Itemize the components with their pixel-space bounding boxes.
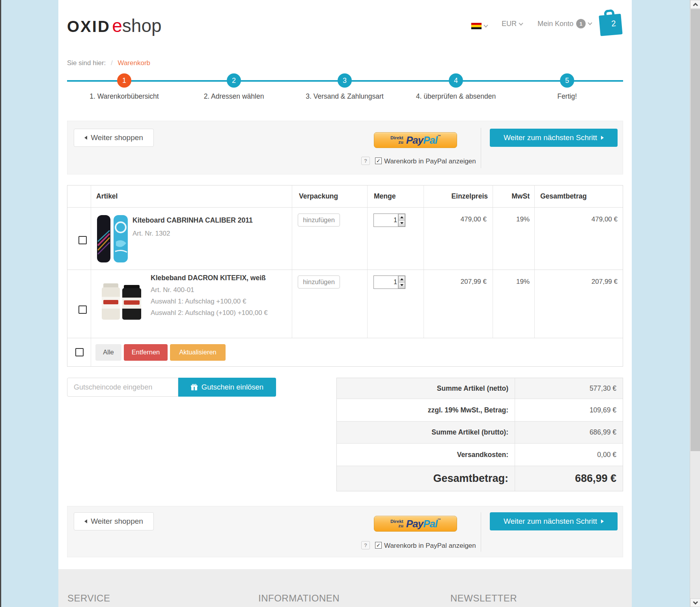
step-4-review-submit[interactable]: 4 4. überprüfen & absenden xyxy=(405,73,507,101)
divider xyxy=(481,512,481,552)
select-all-checkbox[interactable] xyxy=(75,348,84,356)
step-3-label: 3. Versand & Zahlungsart xyxy=(293,92,396,101)
step-2-addresses[interactable]: 2 2. Adressen wählen xyxy=(183,73,285,101)
paypal-express-button[interactable]: Direktzu PayPal™ xyxy=(374,516,457,532)
summary-value: 577,30 € xyxy=(515,378,623,399)
bag-body xyxy=(599,14,622,36)
step-1-cart-overview[interactable]: 1 1. Warenkorbübersicht xyxy=(73,73,175,101)
grand-total-label: Gesamtbetrag: xyxy=(337,466,515,491)
redeem-voucher-button[interactable]: Gutschein einlösen xyxy=(178,378,276,397)
spinner-up-icon[interactable] xyxy=(398,276,405,283)
cart-table: Artikel Verpackung Menge Einzelpreis MwS… xyxy=(67,185,623,367)
cart-bag-icon[interactable]: 2 xyxy=(597,8,625,37)
chevron-down-icon xyxy=(519,21,523,25)
next-step-button[interactable]: Weiter zum nächsten Schritt xyxy=(490,129,618,147)
spinner-down-icon[interactable] xyxy=(398,221,405,227)
product-option-2: Auswahl 2: Aufschlag (+100) +100,00 € xyxy=(151,307,286,318)
paypal-checkbox-label: Warenkorb in PayPal anzeigen xyxy=(384,542,476,550)
row-qty-cell xyxy=(368,270,424,338)
add-package-button[interactable]: hinzufügen xyxy=(298,275,340,289)
row-select-checkbox[interactable] xyxy=(78,305,87,314)
row-total: 479,00 € xyxy=(592,215,618,223)
header-checkbox-cell xyxy=(67,185,91,207)
step-5-done[interactable]: 5 Fertig! xyxy=(516,73,618,101)
row-select-checkbox[interactable] xyxy=(78,236,87,244)
continue-shopping-label: Weiter shoppen xyxy=(91,133,143,142)
product-image-kitefix[interactable] xyxy=(99,281,144,322)
paypal-logo: PayPal™ xyxy=(406,518,441,530)
row-vat-cell: 19% xyxy=(493,208,535,270)
table-row-kitefix: Klebeband DACRON KITEFIX, weiß Art. Nr. … xyxy=(67,270,623,338)
continue-shopping-button[interactable]: Weiter shoppen xyxy=(74,512,154,530)
product-title[interactable]: Klebeband DACRON KITEFIX, weiß xyxy=(151,274,286,282)
paypal-express-button[interactable]: Direktzu PayPal™ xyxy=(374,132,457,148)
remove-button[interactable]: Entfernen xyxy=(124,344,168,361)
chevron-down-icon xyxy=(483,23,488,27)
breadcrumb-current[interactable]: Warenkorb xyxy=(118,59,150,67)
divider xyxy=(481,128,481,168)
logo-oxid-text: OXID xyxy=(67,18,110,35)
row-unitprice-cell: 207,99 € xyxy=(424,270,493,338)
quantity-input[interactable] xyxy=(374,276,398,289)
product-image-kiteboard[interactable] xyxy=(96,214,129,264)
scrollbar-up-icon xyxy=(693,3,698,8)
step-5-label: Fertig! xyxy=(516,92,618,101)
spinner-up-icon[interactable] xyxy=(398,214,405,221)
help-icon[interactable]: ? xyxy=(361,541,370,549)
scrollbar-down-button[interactable] xyxy=(690,598,700,607)
step-1-circle: 1 xyxy=(117,73,131,88)
quantity-stepper xyxy=(373,214,405,227)
summary-row-netto: Summe Artikel (netto) 577,30 € xyxy=(337,378,623,399)
column-header-menge: Menge xyxy=(368,185,424,207)
product-option-1: Auswahl 1: Aufschlag +100,00 € xyxy=(151,296,286,307)
step-3-shipping-payment[interactable]: 3 3. Versand & Zahlungsart xyxy=(293,73,396,101)
scrollbar-thumb[interactable] xyxy=(691,9,700,451)
scrollbar-up-button[interactable] xyxy=(690,0,700,9)
product-artnr: Art. Nr. 1302 xyxy=(133,228,253,239)
shop-logo[interactable]: OXID eshop xyxy=(67,15,162,36)
scrollbar[interactable] xyxy=(690,0,700,607)
step-2-label: 2. Adressen wählen xyxy=(183,92,285,101)
account-menu[interactable]: Mein Konto 1 xyxy=(538,19,592,28)
table-header-row: Artikel Verpackung Menge Einzelpreis MwS… xyxy=(67,185,623,208)
footer-heading-service: SERVICE xyxy=(67,593,110,604)
paypal-cart-checkbox[interactable]: ✓ xyxy=(375,157,382,164)
add-package-button[interactable]: hinzufügen xyxy=(298,214,340,227)
product-title[interactable]: Kiteboard CABRINHA CALIBER 2011 xyxy=(133,216,253,225)
spinner-down-icon[interactable] xyxy=(398,283,405,289)
column-header-mwst: MwSt xyxy=(493,185,535,207)
summary-label: zzgl. 19% MwSt., Betrag: xyxy=(337,399,515,421)
voucher-code-input[interactable] xyxy=(67,378,178,397)
next-step-label: Weiter zum nächsten Schritt xyxy=(504,517,597,526)
next-step-button[interactable]: Weiter zum nächsten Schritt xyxy=(490,512,618,530)
column-header-gesamtbetrag: Gesamtbetrag xyxy=(535,185,623,207)
update-button[interactable]: Aktualisieren xyxy=(170,344,226,361)
chevron-down-icon xyxy=(588,21,592,25)
quantity-input[interactable] xyxy=(374,214,398,227)
table-row-kiteboard: Kiteboard CABRINHA CALIBER 2011 Art. Nr.… xyxy=(67,208,623,270)
scrollbar-down-icon xyxy=(693,600,698,605)
paypal-cart-checkbox[interactable]: ✓ xyxy=(375,542,382,549)
summary-value: 686,99 € xyxy=(515,422,623,443)
product-artnr: Art. Nr. 400-01 xyxy=(151,284,286,296)
gift-icon xyxy=(191,384,198,391)
grand-total-value: 686,99 € xyxy=(515,466,623,491)
continue-shopping-button[interactable]: Weiter shoppen xyxy=(74,129,154,147)
select-all-button[interactable]: Alle xyxy=(95,344,121,361)
table-buttons-cell: Alle Entfernen Aktualisieren xyxy=(91,338,623,366)
language-selector[interactable] xyxy=(471,23,487,29)
help-icon[interactable]: ? xyxy=(361,157,370,165)
unit-price: 479,00 € xyxy=(461,215,487,223)
currency-selector[interactable]: EUR xyxy=(502,20,523,28)
next-step-label: Weiter zum nächsten Schritt xyxy=(504,133,597,142)
step-3-circle: 3 xyxy=(338,73,352,88)
row-checkbox-cell xyxy=(67,208,91,270)
breadcrumb: Sie sind hier: / Warenkorb xyxy=(67,59,150,67)
arrow-right-icon xyxy=(601,519,604,523)
paypal-direkt-label: Direktzu xyxy=(390,136,403,144)
breadcrumb-prefix: Sie sind hier: xyxy=(67,59,106,67)
window-edge xyxy=(0,0,1,607)
vat-value: 19% xyxy=(516,215,530,223)
arrow-left-icon xyxy=(84,519,87,523)
step-4-circle: 4 xyxy=(449,73,463,88)
